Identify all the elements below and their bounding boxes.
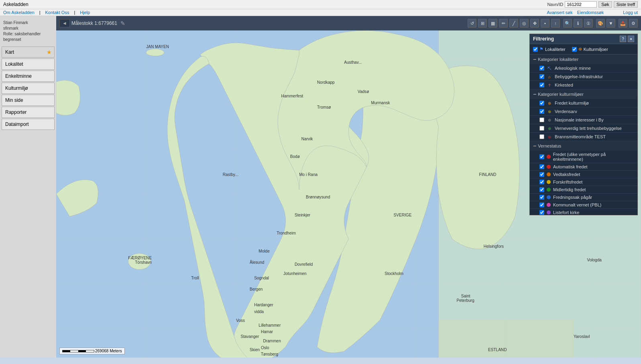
checkbox-fredet-kulturmiljo[interactable] xyxy=(539,101,544,105)
map-scale-label: Målestokk 1:6779661 xyxy=(71,20,117,26)
vernestatus-scroll[interactable]: Fredet (ulike vernetyper på enkeltminnen… xyxy=(530,151,637,215)
checkbox-kirkested[interactable] xyxy=(539,83,544,87)
lokaliteter-icon: ⚑ xyxy=(539,47,543,52)
tool-palette[interactable]: 🎨 xyxy=(596,19,605,28)
tool-settings[interactable]: ⚙ xyxy=(629,19,638,28)
nav-hjelp[interactable]: Hjelp xyxy=(80,10,90,15)
filter-item-vedtaks: Vedtaksfredet xyxy=(530,171,637,178)
sidebar-item-rapporter[interactable]: Rapporter xyxy=(2,107,55,118)
filter-buttons: ? ✕ xyxy=(620,36,634,42)
tool-arrow[interactable]: ↑ xyxy=(551,19,560,28)
svg-text:Murmansk: Murmansk xyxy=(371,101,391,105)
tool-grid[interactable]: ▦ xyxy=(488,19,497,28)
last-hit-button[interactable]: Siste treff xyxy=(614,1,638,8)
label-verdensarv[interactable]: Verdensarv xyxy=(555,109,577,114)
nav-om-askeladden[interactable]: Om Askeladden xyxy=(3,10,35,15)
label-kirkested[interactable]: Kirkested xyxy=(555,83,573,87)
tool-refresh[interactable]: ↺ xyxy=(468,19,476,28)
filter-item-arkeologisk: ⛏ Arkeologisk minne xyxy=(530,64,637,73)
filter-close-button[interactable]: ✕ xyxy=(628,36,634,42)
label-frednings[interactable]: Fredningssak pågår xyxy=(553,195,592,200)
svg-text:Bodø: Bodø xyxy=(290,154,300,159)
checkbox-arkeologisk[interactable] xyxy=(539,66,544,71)
label-verneverdig[interactable]: Verneverdig tett trehusbebyggelse xyxy=(555,126,622,131)
tool-circle[interactable]: ◎ xyxy=(520,19,529,28)
svg-text:Tønsberg: Tønsberg xyxy=(261,352,278,356)
label-bebyggelse[interactable]: Bebyggelse-Infrastruktur xyxy=(555,74,603,79)
tool-line[interactable]: ╱ xyxy=(509,19,518,28)
checkbox-vedtaks[interactable] xyxy=(539,172,544,177)
sidebar-item-min-side[interactable]: Min side xyxy=(2,95,55,106)
svg-text:Nordkapp: Nordkapp xyxy=(317,80,335,85)
filter-section-kulturmiljoer[interactable]: − Kategorier kulturmiljøer xyxy=(530,89,637,99)
checkbox-fredet[interactable] xyxy=(539,154,544,159)
kulturmiljoer-icon: ⊕ xyxy=(578,47,582,52)
filter-section-vernestatus[interactable]: − Vernestatus xyxy=(530,141,637,151)
checkbox-verneverdig[interactable] xyxy=(539,126,544,131)
checkbox-listefort[interactable] xyxy=(539,210,544,215)
filter-lokaliteter-checkbox[interactable] xyxy=(533,47,538,52)
checkbox-nasjonale[interactable] xyxy=(539,117,544,122)
svg-text:ESTLAND: ESTLAND xyxy=(488,348,507,352)
label-listefort[interactable]: Listefort kirke xyxy=(553,210,579,215)
map-container: ◄ Målestokk 1:6779661 ✎ ↺ ⊞ ▦ ✏ ╱ ◎ ✥ • … xyxy=(56,16,641,358)
property-search-link[interactable]: Eiendomssøk xyxy=(577,10,604,15)
checkbox-bebyggelse[interactable] xyxy=(539,74,544,79)
svg-text:Stockholm: Stockholm xyxy=(385,271,403,276)
sidebar-item-kart[interactable]: Kart ★ xyxy=(2,47,55,58)
sidebar-item-lokalitet[interactable]: Lokalitet xyxy=(2,59,55,70)
label-arkeologisk[interactable]: Arkeologisk minne xyxy=(555,66,591,71)
map-back-button[interactable]: ◄ xyxy=(59,19,70,27)
svg-text:Vadsø: Vadsø xyxy=(358,89,369,94)
tool-filter[interactable]: ▼ xyxy=(606,19,615,28)
filter-help-button[interactable]: ? xyxy=(620,36,626,42)
svg-text:Narvik: Narvik xyxy=(301,137,313,141)
checkbox-automatisk[interactable] xyxy=(539,164,544,169)
label-fredet-kulturmiljo[interactable]: Fredet kulturmiljø xyxy=(555,101,589,105)
checkbox-forskrifts[interactable] xyxy=(539,180,544,184)
label-brannsmitte[interactable]: Brannsmitteområde TEST xyxy=(555,134,606,139)
label-nasjonale[interactable]: Nasjonale interesser i By xyxy=(555,117,604,122)
filter-item-fredet: Fredet (ulike vernetyper på enkeltminnen… xyxy=(530,151,637,163)
label-kommunalt[interactable]: Kommunalt vernet (PBL) xyxy=(553,202,601,207)
tool-export[interactable]: 📤 xyxy=(619,19,627,28)
sidebar-item-kulturmiljo[interactable]: Kulturmiljø xyxy=(2,83,55,94)
label-midlertidig[interactable]: Midlertidig fredet xyxy=(553,187,586,192)
filter-section-lokaliteter[interactable]: − Kategorier lokaliteter xyxy=(530,55,637,64)
filter-header: Filtrering ? ✕ xyxy=(530,34,637,44)
tool-zoom-in[interactable]: 🔍 xyxy=(563,19,572,28)
tool-layers[interactable]: ⊞ xyxy=(478,19,487,28)
checkbox-verdensarv[interactable] xyxy=(539,109,544,114)
tool-draw[interactable]: ✏ xyxy=(499,19,508,28)
checkbox-frednings[interactable] xyxy=(539,195,544,200)
dot-red-1 xyxy=(547,155,551,159)
filter-kulturmiljoer-label[interactable]: Kulturmiljoer xyxy=(584,47,608,52)
tool-info2[interactable]: ① xyxy=(584,19,593,28)
filter-item-listefort: Listefort kirke xyxy=(530,209,637,215)
dot-yellow xyxy=(547,180,551,184)
nav-logg-ut[interactable]: Logg ut xyxy=(623,10,638,15)
checkbox-midlertidig[interactable] xyxy=(539,187,544,192)
collapse-icon-3: − xyxy=(533,143,536,149)
sidebar-item-dataimport[interactable]: Dataimport xyxy=(2,119,55,130)
label-vedtaks[interactable]: Vedtaksfredet xyxy=(553,172,580,177)
search-area: Navn/ID Søk Siste treff xyxy=(547,1,638,8)
tool-pan[interactable]: ✥ xyxy=(530,19,539,28)
checkbox-brannsmitte[interactable] xyxy=(539,134,544,139)
map-edit-icon[interactable]: ✎ xyxy=(120,20,125,26)
sidebar-item-enkeltminne[interactable]: Enkeltminne xyxy=(2,71,55,82)
search-input[interactable] xyxy=(565,1,597,8)
label-automatisk[interactable]: Automatisk fredet xyxy=(553,164,588,169)
tool-point[interactable]: • xyxy=(541,19,549,28)
tool-info[interactable]: ℹ xyxy=(574,19,582,28)
filter-kulturmiljoer-checkbox[interactable] xyxy=(572,47,577,52)
advanced-search-link[interactable]: Avansert søk xyxy=(547,10,573,15)
checkbox-kommunalt[interactable] xyxy=(539,202,544,207)
filter-lokaliteter-label[interactable]: Lokaliteter xyxy=(545,47,566,52)
filter-item-kommunalt: Kommunalt vernet (PBL) xyxy=(530,201,637,209)
nav-kontakt-oss[interactable]: Kontakt Oss xyxy=(45,10,69,15)
label-fredet[interactable]: Fredet (ulike vernetyper på enkeltminnen… xyxy=(553,152,634,162)
dot-red-2 xyxy=(547,165,551,169)
label-forskrifts[interactable]: Forskriftsfredet xyxy=(553,180,582,184)
search-button[interactable]: Søk xyxy=(598,1,612,8)
